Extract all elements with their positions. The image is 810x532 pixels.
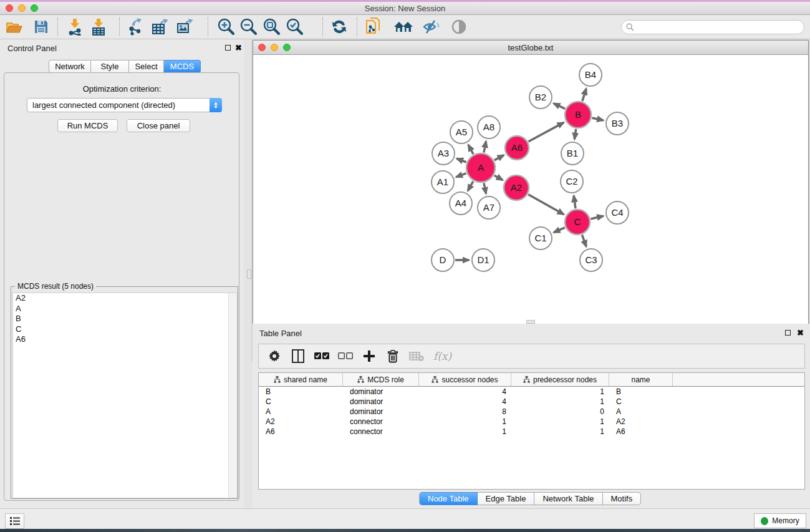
node-D[interactable]: D	[432, 249, 454, 271]
table-cell[interactable]: A6	[259, 427, 343, 437]
edge-C-C2[interactable]	[574, 196, 576, 208]
table-cell[interactable]: A	[259, 407, 343, 417]
node-A7[interactable]: A7	[478, 196, 500, 219]
column-header-shared-name[interactable]: shared name	[259, 373, 343, 386]
refresh-button[interactable]	[329, 17, 350, 37]
table-row[interactable]: Adominator80A	[259, 407, 804, 417]
edge-A2-C[interactable]	[528, 195, 564, 215]
table-cell[interactable]: B	[259, 387, 343, 397]
node-A2[interactable]: A2	[504, 175, 529, 200]
zoom-selected-button[interactable]	[284, 17, 305, 37]
network-window-titlebar[interactable]: testGlobe.txt	[253, 41, 808, 55]
import-table-button[interactable]	[88, 17, 109, 37]
table-cell[interactable]: C	[609, 397, 673, 407]
zoom-out-button[interactable]	[238, 17, 259, 37]
edge-A6-B[interactable]	[528, 122, 564, 142]
task-history-button[interactable]	[5, 513, 24, 529]
node-B2[interactable]: B2	[529, 86, 552, 109]
edge-A-A8[interactable]	[484, 142, 486, 153]
home-view-button[interactable]	[393, 17, 414, 37]
edge-A-A7[interactable]	[484, 183, 486, 193]
close-panel-button[interactable]: Close panel	[127, 119, 190, 132]
hide-panel-button[interactable]	[420, 17, 441, 37]
result-list-item[interactable]: A	[13, 304, 237, 314]
close-panel-icon[interactable]: ✖	[235, 45, 242, 51]
table-cell[interactable]: 1	[511, 427, 609, 437]
show-panel-button[interactable]	[448, 17, 470, 37]
edge-A-A2[interactable]	[494, 175, 503, 180]
column-header-predecessor-nodes[interactable]: predecessor nodes	[511, 373, 609, 386]
close-panel-icon[interactable]: ✖	[797, 330, 804, 336]
node-B3[interactable]: B3	[606, 112, 629, 135]
open-file-button[interactable]	[4, 17, 25, 37]
edge-B-B4[interactable]	[582, 89, 586, 101]
table-cell[interactable]: A	[609, 407, 673, 417]
network-minimize-button[interactable]	[271, 44, 278, 51]
clear-checkboxes-button[interactable]	[334, 352, 357, 360]
result-list-item[interactable]: A6	[13, 334, 237, 345]
table-cell[interactable]: 4	[419, 397, 511, 407]
result-list-item[interactable]: C	[13, 324, 237, 335]
node-C2[interactable]: C2	[561, 170, 583, 193]
export-table-button[interactable]	[150, 17, 171, 37]
edge-A-A6[interactable]	[494, 155, 504, 160]
delete-column-button[interactable]	[381, 350, 405, 363]
edge-C-C4[interactable]	[591, 216, 603, 219]
table-cell[interactable]: C	[259, 397, 343, 407]
edge-A-A3[interactable]	[456, 158, 466, 162]
table-cell[interactable]: connector	[343, 427, 419, 437]
edge-A-A5[interactable]	[468, 145, 473, 154]
edge-C-C3[interactable]	[582, 235, 586, 247]
run-mcds-button[interactable]: Run MCDS	[57, 119, 118, 132]
optimization-dropdown[interactable]: largest connected component (directed) ▲…	[27, 98, 222, 112]
table-cell[interactable]: B	[609, 387, 673, 397]
tab-style[interactable]: Style	[91, 60, 129, 73]
float-panel-icon[interactable]	[785, 330, 791, 336]
table-cell[interactable]: 1	[419, 417, 511, 427]
tab-edge-table[interactable]: Edge Table	[478, 492, 535, 505]
mcds-result-list[interactable]: A2ABCA6	[12, 293, 238, 498]
minimize-window-button[interactable]	[18, 4, 26, 12]
node-A6[interactable]: A6	[505, 136, 529, 160]
node-A[interactable]: A	[466, 153, 495, 182]
edge-B-B3[interactable]	[592, 118, 603, 120]
node-C[interactable]: C	[565, 210, 590, 235]
search-input[interactable]	[621, 20, 804, 34]
split-panel-button[interactable]	[286, 349, 310, 363]
tab-select[interactable]: Select	[129, 60, 164, 73]
splitter-grip-vertical[interactable]	[247, 269, 251, 279]
edge-B-B2[interactable]	[554, 104, 565, 109]
table-cell[interactable]: dominator	[343, 387, 419, 397]
node-D1[interactable]: D1	[472, 249, 494, 271]
node-C4[interactable]: C4	[606, 201, 629, 224]
table-settings-button[interactable]	[263, 350, 286, 362]
table-cell[interactable]: 1	[511, 417, 609, 427]
save-session-button[interactable]	[31, 17, 52, 37]
export-network-button[interactable]	[125, 17, 146, 37]
table-cell[interactable]: A2	[259, 417, 343, 427]
maximize-window-button[interactable]	[31, 4, 38, 12]
import-network-button[interactable]	[64, 17, 85, 37]
network-maximize-button[interactable]	[283, 44, 291, 51]
node-C1[interactable]: C1	[529, 227, 552, 249]
table-cell[interactable]: connector	[343, 417, 419, 427]
table-cell[interactable]: 4	[419, 387, 511, 397]
node-C3[interactable]: C3	[580, 249, 602, 271]
column-header-MCDS-role[interactable]: MCDS role	[343, 373, 419, 386]
close-window-button[interactable]	[6, 4, 13, 12]
edge-B-B1[interactable]	[574, 129, 576, 139]
function-builder-button[interactable]: f(x)	[433, 350, 451, 362]
table-cell[interactable]: 1	[511, 397, 609, 407]
tab-motifs[interactable]: Motifs	[603, 492, 642, 505]
table-row[interactable]: Bdominator41B	[259, 387, 804, 397]
export-image-button[interactable]	[175, 17, 196, 37]
result-scrollbar[interactable]	[228, 293, 237, 498]
node-A8[interactable]: A8	[478, 116, 500, 138]
table-cell[interactable]: dominator	[343, 407, 419, 417]
clone-network-button[interactable]	[363, 17, 384, 37]
memory-button[interactable]: Memory	[754, 513, 806, 528]
table-row[interactable]: A6connector11A6	[259, 427, 804, 437]
delete-table-button[interactable]	[405, 351, 428, 361]
table-cell[interactable]: 0	[511, 407, 609, 417]
tab-network-table[interactable]: Network Table	[534, 492, 602, 505]
